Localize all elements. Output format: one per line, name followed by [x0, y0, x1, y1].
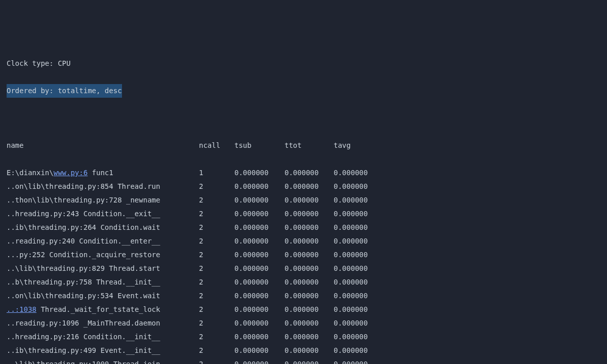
table-row: ..ib\threading.py:264 Condition.wait20.0… [7, 221, 600, 234]
cell-ncall: 2 [199, 193, 234, 207]
cell-ttot: 0.000000 [285, 234, 334, 248]
col-header-tsub[interactable]: tsub [234, 139, 285, 152]
table-header-row: namencalltsubttottavg [7, 139, 600, 152]
cell-name: ..thon\lib\threading.py:728 _newname [7, 193, 199, 207]
cell-name: ..reading.py:1096 _MainThread.daemon [7, 316, 199, 330]
cell-ttot: 0.000000 [285, 221, 334, 234]
cell-tsub: 0.000000 [234, 344, 285, 357]
table-row: ..ib\threading.py:499 Event.__init__20.0… [7, 344, 600, 357]
cell-tsub: 0.000000 [234, 248, 285, 262]
cell-tsub: 0.000000 [234, 180, 285, 193]
table-row: ...py:252 Condition._acquire_restore20.0… [7, 248, 600, 262]
cell-ncall: 2 [199, 234, 234, 248]
table-row: ..reading.py:1096 _MainThread.daemon20.0… [7, 316, 600, 330]
cell-ncall: 2 [199, 303, 234, 316]
col-header-ttot[interactable]: ttot [285, 139, 334, 152]
cell-name: ..\lib\threading.py:1000 Thread.join [7, 357, 199, 364]
cell-name: ..on\lib\threading.py:534 Event.wait [7, 289, 199, 303]
cell-tavg: 0.000000 [334, 289, 379, 303]
table-row: ..hreading.py:243 Condition.__exit__20.0… [7, 207, 600, 221]
cell-tsub: 0.000000 [234, 316, 285, 330]
cell-ncall: 2 [199, 357, 234, 364]
cell-ttot: 0.000000 [285, 344, 334, 357]
cell-tavg: 0.000000 [334, 248, 379, 262]
cell-tavg: 0.000000 [334, 357, 379, 364]
cell-name: ..\lib\threading.py:829 Thread.start [7, 262, 199, 275]
cell-ttot: 0.000000 [285, 166, 334, 180]
cell-tsub: 0.000000 [234, 221, 285, 234]
ordered-by-line: Ordered by: totaltime, desc [7, 84, 600, 98]
cell-tsub: 0.000000 [234, 207, 285, 221]
blank-line [7, 111, 600, 125]
cell-ttot: 0.000000 [285, 193, 334, 207]
table-row: E:\dianxin\www.py:6 func110.0000000.0000… [7, 166, 600, 180]
cell-ttot: 0.000000 [285, 180, 334, 193]
cell-tavg: 0.000000 [334, 207, 379, 221]
table-body: E:\dianxin\www.py:6 func110.0000000.0000… [7, 166, 600, 364]
cell-ncall: 2 [199, 330, 234, 344]
cell-tavg: 0.000000 [334, 344, 379, 357]
cell-name: ...py:252 Condition._acquire_restore [7, 248, 199, 262]
cell-ncall: 2 [199, 262, 234, 275]
cell-tsub: 0.000000 [234, 303, 285, 316]
name-suffix: Thread._wait_for_tstate_lock [36, 305, 160, 313]
cell-ncall: 2 [199, 221, 234, 234]
cell-ncall: 2 [199, 180, 234, 193]
cell-tavg: 0.000000 [334, 221, 379, 234]
cell-ttot: 0.000000 [285, 330, 334, 344]
cell-ncall: 2 [199, 289, 234, 303]
cell-ttot: 0.000000 [285, 289, 334, 303]
table-row: ..:1038 Thread._wait_for_tstate_lock20.0… [7, 303, 600, 316]
cell-tavg: 0.000000 [334, 303, 379, 316]
cell-ttot: 0.000000 [285, 316, 334, 330]
cell-tsub: 0.000000 [234, 330, 285, 344]
cell-tavg: 0.000000 [334, 275, 379, 289]
cell-tsub: 0.000000 [234, 262, 285, 275]
cell-ncall: 2 [199, 207, 234, 221]
table-row: ..reading.py:240 Condition.__enter__20.0… [7, 234, 600, 248]
table-row: ..on\lib\threading.py:854 Thread.run20.0… [7, 180, 600, 193]
cell-name: E:\dianxin\www.py:6 func1 [7, 166, 199, 180]
cell-ncall: 2 [199, 248, 234, 262]
cell-ncall: 2 [199, 275, 234, 289]
clock-type-line: Clock type: CPU [7, 57, 600, 70]
table-row: ..thon\lib\threading.py:728 _newname20.0… [7, 193, 600, 207]
name-prefix: E:\dianxin\ [7, 169, 54, 177]
cell-tavg: 0.000000 [334, 193, 379, 207]
cell-name: ..hreading.py:216 Condition.__init__ [7, 330, 199, 344]
cell-tsub: 0.000000 [234, 275, 285, 289]
source-link[interactable]: ..:1038 [7, 305, 36, 313]
clock-type-text: Clock type: CPU [7, 59, 70, 67]
cell-name: ..on\lib\threading.py:854 Thread.run [7, 180, 199, 193]
cell-tsub: 0.000000 [234, 289, 285, 303]
table-row: ..b\threading.py:758 Thread.__init__20.0… [7, 275, 600, 289]
col-header-name[interactable]: name [7, 139, 199, 152]
cell-ttot: 0.000000 [285, 262, 334, 275]
cell-tavg: 0.000000 [334, 180, 379, 193]
ordered-by-text: Ordered by: totaltime, desc [7, 84, 122, 98]
cell-tsub: 0.000000 [234, 234, 285, 248]
col-header-ncall[interactable]: ncall [199, 139, 234, 152]
cell-ncall: 1 [199, 166, 234, 180]
cell-name: ..reading.py:240 Condition.__enter__ [7, 234, 199, 248]
cell-tavg: 0.000000 [334, 234, 379, 248]
cell-name: ..b\threading.py:758 Thread.__init__ [7, 275, 199, 289]
cell-name: ..:1038 Thread._wait_for_tstate_lock [7, 303, 199, 316]
cell-ttot: 0.000000 [285, 207, 334, 221]
name-suffix: func1 [88, 169, 113, 177]
cell-tsub: 0.000000 [234, 357, 285, 364]
cell-ttot: 0.000000 [285, 275, 334, 289]
cell-ttot: 0.000000 [285, 303, 334, 316]
table-row: ..on\lib\threading.py:534 Event.wait20.0… [7, 289, 600, 303]
table-row: ..hreading.py:216 Condition.__init__20.0… [7, 330, 600, 344]
cell-name: ..hreading.py:243 Condition.__exit__ [7, 207, 199, 221]
cell-name: ..ib\threading.py:264 Condition.wait [7, 221, 199, 234]
cell-tavg: 0.000000 [334, 262, 379, 275]
col-header-tavg[interactable]: tavg [334, 139, 379, 152]
cell-ttot: 0.000000 [285, 357, 334, 364]
cell-ttot: 0.000000 [285, 248, 334, 262]
source-link[interactable]: www.py:6 [54, 169, 88, 177]
cell-tsub: 0.000000 [234, 193, 285, 207]
table-row: ..\lib\threading.py:1000 Thread.join20.0… [7, 357, 600, 364]
cell-tavg: 0.000000 [334, 316, 379, 330]
